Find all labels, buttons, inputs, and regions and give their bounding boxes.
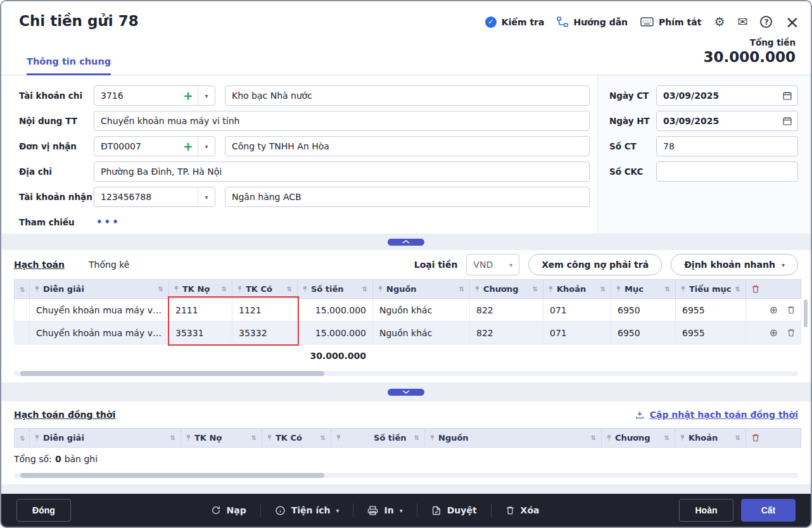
col-delete[interactable]: [746, 280, 801, 299]
cell-dien-giai[interactable]: Chuyển khoản mua máy vi...: [30, 299, 169, 322]
ngay-ct-field[interactable]: [656, 85, 798, 106]
don-vi-nhan-input[interactable]: [94, 141, 179, 151]
add-account-icon[interactable]: +: [179, 90, 198, 102]
add-receiver-icon[interactable]: +: [179, 141, 198, 153]
calendar-icon[interactable]: [777, 91, 797, 101]
cell-muc[interactable]: 6950: [611, 299, 676, 322]
delete-row-icon[interactable]: [787, 328, 796, 337]
table-row[interactable]: Chuyển khoản mua máy vi... 35331 35332 1…: [15, 322, 801, 344]
shortcut-button[interactable]: Phím tắt: [640, 17, 701, 27]
col-muc[interactable]: Mục⇅: [611, 280, 676, 299]
delete-row-icon[interactable]: [787, 305, 796, 315]
add-row-icon[interactable]: ⊕: [770, 328, 778, 338]
pin-icon[interactable]: [238, 286, 242, 292]
tab-thong-tin-chung[interactable]: Thông tin chung: [27, 56, 111, 75]
col-tk-no[interactable]: TK Nợ⇅: [181, 429, 262, 448]
ngay-ht-field[interactable]: [656, 111, 798, 131]
chevron-down-icon[interactable]: ▾: [205, 194, 208, 201]
check-button[interactable]: ✓ Kiểm tra: [485, 16, 545, 28]
col-khoan[interactable]: Khoản⇅: [543, 280, 611, 299]
reload-button[interactable]: Nạp: [211, 505, 246, 515]
table-row[interactable]: Chuyển khoản mua máy vi... 2111 1121 15.…: [15, 299, 801, 322]
pin-icon[interactable]: [186, 435, 191, 441]
sort-icon[interactable]: ⇅: [414, 434, 419, 441]
tai-khoan-chi-input[interactable]: [94, 91, 179, 101]
so-ct-input[interactable]: [656, 136, 798, 156]
col-nguon[interactable]: Nguồn⇅: [373, 280, 470, 299]
add-row-icon[interactable]: ⊕: [770, 305, 778, 315]
col-dien-giai[interactable]: Diễn giải⇅: [30, 280, 169, 299]
sort-icon[interactable]: ⇅: [664, 434, 669, 441]
don-vi-nhan-name-input[interactable]: [225, 136, 590, 156]
col-tk-co[interactable]: TK Có⇅: [232, 280, 298, 299]
cell-khoan[interactable]: 071: [543, 299, 611, 322]
close-icon[interactable]: ×: [785, 15, 799, 29]
sort-icon[interactable]: ⇅: [222, 286, 227, 292]
reference-dots-button[interactable]: •••: [96, 217, 120, 228]
so-ckc-input[interactable]: [656, 161, 798, 182]
delete-button[interactable]: Xóa: [505, 505, 540, 515]
approve-button[interactable]: Duyệt: [431, 505, 477, 516]
help-icon[interactable]: ?: [760, 16, 772, 28]
ngan-hang-input[interactable]: [225, 187, 590, 207]
view-debt-button[interactable]: Xem công nợ phải trả: [528, 254, 662, 275]
scrollbar-thumb[interactable]: [20, 473, 324, 478]
ngay-ht-input[interactable]: [657, 116, 777, 126]
pin-icon[interactable]: [35, 435, 39, 441]
sort-icon[interactable]: ⇅: [591, 434, 596, 441]
dia-chi-input[interactable]: [94, 161, 590, 182]
tab-hach-toan[interactable]: Hạch toán: [14, 260, 65, 270]
sort-icon[interactable]: ⇅: [665, 286, 670, 292]
cell-nguon[interactable]: Nguồn khác: [373, 322, 470, 344]
sort-icon[interactable]: ⇅: [170, 434, 175, 441]
undo-button[interactable]: Hoàn: [679, 499, 733, 522]
pin-icon[interactable]: [174, 286, 179, 292]
cell-tk-no[interactable]: 2111: [169, 299, 232, 322]
tai-khoan-nhan-combo[interactable]: ▾: [94, 187, 215, 207]
cell-tk-co[interactable]: 35332: [232, 322, 298, 344]
guide-button[interactable]: Hướng dẫn: [557, 16, 628, 27]
collapse-form-button[interactable]: [388, 239, 424, 246]
vertical-scrollbar[interactable]: [804, 299, 808, 327]
save-button[interactable]: Cất: [741, 499, 796, 522]
pin-icon[interactable]: [607, 435, 611, 441]
cell-tk-co[interactable]: 1121: [232, 299, 298, 322]
pin-icon[interactable]: [475, 286, 479, 292]
col-chuong[interactable]: Chương⇅: [470, 280, 543, 299]
col-tieu-muc[interactable]: Tiểu mục⇅: [676, 280, 746, 299]
noi-dung-tt-input[interactable]: [94, 111, 590, 131]
horizontal-scrollbar[interactable]: [14, 371, 798, 376]
calendar-icon[interactable]: [777, 116, 797, 126]
cell-khoan[interactable]: 071: [543, 322, 611, 344]
cell-so-tien[interactable]: 15.000.000: [298, 299, 373, 322]
col-so-tien[interactable]: Số tiền⇅: [331, 429, 425, 448]
pin-icon[interactable]: [267, 435, 272, 441]
tai-khoan-nhan-input[interactable]: [94, 192, 198, 202]
col-dien-giai[interactable]: Diễn giải⇅: [30, 429, 181, 448]
expand-table-button[interactable]: [388, 389, 424, 396]
cell-chuong[interactable]: 822: [470, 322, 543, 344]
chevron-down-icon[interactable]: ▾: [205, 143, 208, 150]
pin-icon[interactable]: [680, 435, 685, 441]
pin-icon[interactable]: [616, 286, 621, 292]
sort-icon[interactable]: ⇅: [735, 434, 740, 441]
pin-icon[interactable]: [336, 435, 341, 441]
utilities-button[interactable]: Tiện ích ▾: [275, 505, 339, 516]
delete-all-icon[interactable]: [751, 284, 796, 294]
quick-posting-button[interactable]: Định khoản nhanh ▾: [671, 254, 798, 275]
cell-dien-giai[interactable]: Chuyển khoản mua máy vi...: [30, 322, 169, 344]
horizontal-scrollbar[interactable]: [14, 473, 798, 478]
gear-icon[interactable]: ⚙: [714, 16, 725, 28]
col-tk-co[interactable]: TK Có⇅: [262, 429, 331, 448]
pin-icon[interactable]: [681, 286, 685, 292]
cell-tk-no[interactable]: 35331: [169, 322, 232, 344]
close-button[interactable]: Đóng: [16, 499, 71, 522]
tai-khoan-chi-combo[interactable]: + ▾: [94, 85, 215, 106]
print-button[interactable]: In ▾: [367, 505, 402, 516]
pin-icon[interactable]: [378, 286, 383, 292]
update-simultaneous-link[interactable]: Cập nhật hạch toán đồng thời: [635, 410, 798, 420]
sort-icon[interactable]: ⇅: [20, 435, 25, 442]
pin-icon[interactable]: [430, 435, 435, 441]
tab-hach-toan-dong-thoi[interactable]: Hạch toán đồng thời: [14, 410, 115, 420]
pin-icon[interactable]: [303, 286, 307, 292]
